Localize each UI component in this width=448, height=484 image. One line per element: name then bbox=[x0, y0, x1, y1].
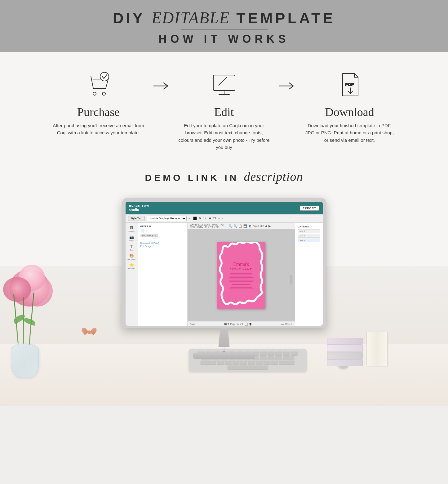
delete-canvas-icon[interactable]: 🗑 bbox=[248, 224, 251, 228]
sidebar-stickers[interactable]: ⭐ Stickers bbox=[126, 262, 136, 271]
toolbar-strikethrough[interactable]: S bbox=[209, 217, 211, 220]
corjl-toolbar: Style Text Huckle Displays Regular 20 B … bbox=[126, 214, 323, 223]
layers-list: Layer 1 Layer 2 Layer 3 bbox=[298, 229, 320, 242]
layer-item-1[interactable]: Layer 1 bbox=[298, 229, 320, 233]
doc-line-4 bbox=[231, 276, 251, 276]
zoom-plus[interactable]: + bbox=[291, 322, 292, 326]
book-4 bbox=[327, 359, 363, 366]
book-2 bbox=[327, 345, 363, 352]
resize-handle[interactable] bbox=[290, 275, 292, 285]
step-edit: Edit Edit your template on Corjl.com in … bbox=[171, 67, 277, 151]
zoom-controls: — 33% + bbox=[281, 322, 292, 326]
background-icon: 🎨 bbox=[129, 253, 134, 258]
download-link[interactable]: Download: JKF4AQ bbox=[140, 242, 185, 245]
file-name: WAV-HPK-12-B3360 - WAVE - HOT PINK - MEN… bbox=[190, 224, 227, 228]
svg-line-7 bbox=[220, 79, 225, 84]
zoom-minus[interactable]: — bbox=[281, 322, 284, 326]
layers-title: LAYERS bbox=[298, 225, 320, 228]
svg-text:PDF: PDF bbox=[345, 82, 354, 87]
doc-line-13 bbox=[229, 289, 254, 289]
document-content: Emma's EVENT NAME bbox=[224, 255, 258, 295]
doc-lines bbox=[229, 272, 254, 289]
page-copy-icon[interactable]: 📋 bbox=[244, 322, 248, 326]
edit-design-link[interactable]: Edit Design bbox=[140, 245, 185, 248]
export-button[interactable]: EXPORT bbox=[300, 206, 319, 211]
flower-blob-4 bbox=[3, 277, 31, 302]
next-page-icon[interactable]: ▶ bbox=[268, 224, 271, 228]
purchase-title: Purchase bbox=[52, 105, 145, 119]
page-list-icon[interactable]: ≡ bbox=[228, 322, 229, 326]
doc-line-12 bbox=[230, 287, 252, 288]
monitor-screen: BLACK BOW studio EXPORT Style Text Huckl… bbox=[126, 202, 323, 326]
zoom-out-icon[interactable]: 🔍 bbox=[233, 224, 237, 228]
download-pdf-icon: PDF bbox=[336, 70, 364, 98]
page-grid-icon[interactable]: ⊞ bbox=[224, 322, 227, 326]
doc-event-name: EVENT NAME bbox=[229, 268, 254, 271]
sidebar-photos[interactable]: 📷 Photos bbox=[126, 234, 136, 243]
header-divider bbox=[181, 29, 268, 30]
doc-line-5 bbox=[229, 277, 254, 278]
edit-icon-container bbox=[178, 67, 271, 101]
page-delete-icon[interactable]: 🗑 bbox=[249, 322, 252, 326]
toolbar-underline[interactable]: U bbox=[205, 217, 207, 220]
vase-container bbox=[6, 269, 43, 378]
font-select[interactable]: Huckle Displays Regular bbox=[147, 216, 187, 221]
align-right-icon[interactable]: ≡ bbox=[222, 217, 223, 220]
sidebar-background[interactable]: 🎨 Backgrnd bbox=[126, 253, 136, 261]
svg-point-2 bbox=[100, 72, 109, 81]
bow-right bbox=[90, 327, 98, 335]
sidebar-text[interactable]: T Text bbox=[126, 243, 136, 252]
zoom-in-icon[interactable]: 🔍 bbox=[228, 224, 232, 228]
doc-line-8 bbox=[229, 281, 253, 282]
svg-line-8 bbox=[225, 77, 227, 79]
doc-line-10 bbox=[232, 284, 251, 285]
toolbar-italic[interactable]: I bbox=[203, 217, 204, 220]
template-document: Emma's EVENT NAME bbox=[217, 242, 265, 309]
copy-icon: 📄 bbox=[140, 229, 144, 233]
purchase-desc: After purchasing you'll receive an email… bbox=[52, 122, 145, 137]
ribbon-decoration bbox=[81, 324, 98, 341]
toolbar-bold[interactable]: B bbox=[199, 217, 201, 220]
order-id-label: ORDER ID: bbox=[140, 225, 185, 227]
color-picker[interactable] bbox=[193, 217, 197, 220]
layer-item-3[interactable]: Layer 3 bbox=[298, 239, 320, 242]
copy-canvas-icon[interactable]: 📋 bbox=[238, 224, 242, 228]
demo-suffix: description bbox=[244, 170, 303, 184]
sidebar-images[interactable]: 🖼 Images bbox=[126, 225, 136, 233]
candle-body bbox=[366, 332, 388, 366]
demo-section: DEMO LINK IN description bbox=[0, 160, 448, 189]
canvas-page-label: Page bbox=[190, 323, 195, 325]
doc-line-2 bbox=[230, 273, 252, 274]
save-canvas-icon[interactable]: 💾 bbox=[243, 224, 247, 228]
edit-desc: Edit your template on Corjl.com in your … bbox=[178, 122, 271, 151]
corjl-body: 🖼 Images 📷 Photos T Text 🎨 bbox=[126, 223, 323, 326]
download-icon-container: PDF bbox=[303, 67, 396, 101]
bow-center bbox=[87, 330, 91, 334]
leaf-2 bbox=[23, 317, 36, 326]
corjl-left-panel: ORDER ID: 📄 INCOMPLETE Download: JKF4AQ … bbox=[138, 223, 188, 326]
corjl-brand-bottom: studio bbox=[129, 208, 149, 212]
layer-item-2[interactable]: Layer 2 bbox=[298, 234, 320, 238]
style-text-button[interactable]: Style Text bbox=[128, 216, 145, 221]
corjl-sidebar: 🖼 Images 📷 Photos T Text 🎨 bbox=[126, 223, 138, 326]
arrow-1 bbox=[151, 67, 171, 91]
bow-shape bbox=[81, 324, 98, 341]
edit-title: Edit bbox=[178, 105, 271, 119]
toolbar-tt[interactable]: TT bbox=[213, 217, 216, 220]
candle-decoration bbox=[366, 332, 388, 366]
monitor-base bbox=[193, 353, 255, 359]
monitor-outer: BLACK BOW studio EXPORT Style Text Huckl… bbox=[122, 198, 326, 328]
align-left-icon[interactable]: ≡ bbox=[218, 217, 220, 220]
svg-line-9 bbox=[219, 84, 220, 86]
canvas-bottom-toolbar: Page ⊞ ≡ Page: 1 / of 2 📋 🗑 — 33% bbox=[188, 321, 295, 326]
corjl-header: BLACK BOW studio EXPORT bbox=[126, 202, 323, 214]
step-purchase: Purchase After purchasing you'll receive… bbox=[46, 67, 151, 137]
purchase-icon-container bbox=[52, 67, 145, 101]
stickers-icon: ⭐ bbox=[129, 263, 134, 267]
corjl-logo: BLACK BOW studio bbox=[129, 204, 149, 212]
demo-prefix: DEMO LINK IN bbox=[145, 173, 239, 183]
page-num-display: Page: 1 / of 2 bbox=[230, 323, 243, 325]
zoom-level: 33% bbox=[285, 323, 290, 325]
doc-line-9 bbox=[229, 283, 254, 284]
prev-page-icon[interactable]: ◀ bbox=[265, 224, 267, 228]
